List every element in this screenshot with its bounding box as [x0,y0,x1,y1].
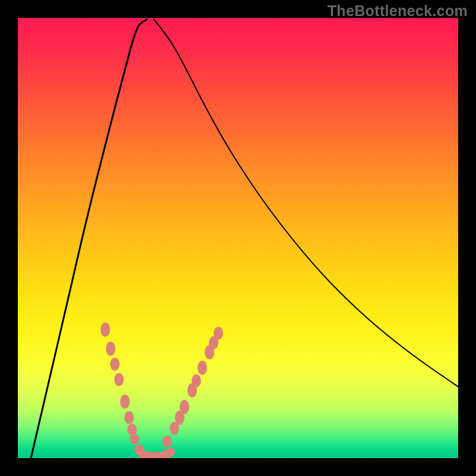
marker-right-markers [198,361,207,375]
curve-right-curve [154,19,458,387]
marker-left-markers [106,342,115,356]
watermark-text: TheBottleneck.com [327,2,468,20]
marker-left-markers [110,358,120,371]
marker-right-markers [214,327,223,340]
chart-frame: TheBottleneck.com [0,0,476,476]
marker-bottom-cluster [165,447,175,457]
marker-right-markers [180,400,189,414]
curve-left-curve [31,19,148,458]
marker-left-markers [101,322,110,337]
plot-area [18,18,458,458]
marker-right-markers [170,422,179,435]
marker-group [101,322,223,458]
marker-left-markers [127,424,137,436]
marker-left-markers [124,411,134,424]
marker-left-markers [130,434,139,444]
marker-left-markers [114,373,124,386]
marker-left-markers [120,394,130,409]
curves-svg [18,18,458,458]
series-group [31,19,458,458]
marker-bottom-cluster [162,436,172,447]
marker-right-markers [192,374,201,387]
